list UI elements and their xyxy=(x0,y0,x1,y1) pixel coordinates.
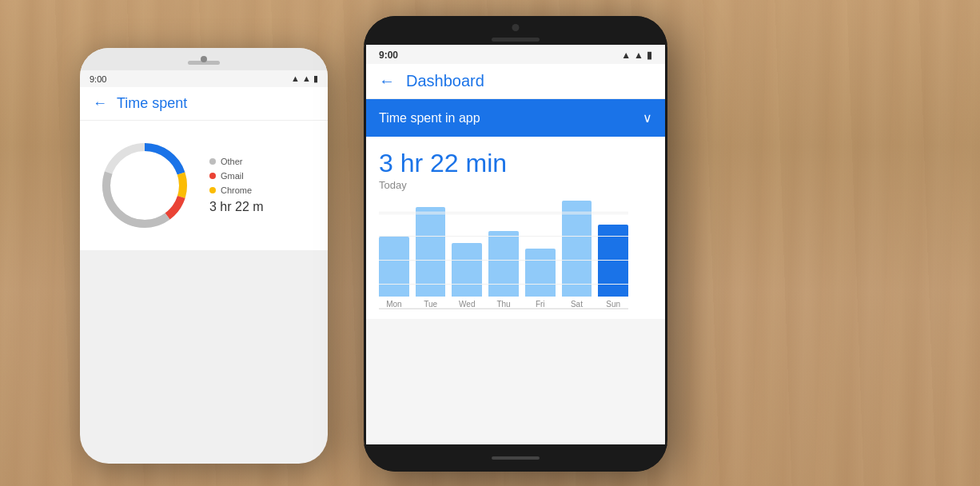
bar-group[interactable]: Tue xyxy=(416,204,446,309)
donut-legend: Other Gmail Chrome 3 hr 22 m xyxy=(209,157,315,214)
status-time: 9:00 xyxy=(90,74,106,84)
stats-section: 3 hr 22 min Today xyxy=(366,137,665,207)
home-indicator xyxy=(492,456,540,460)
chart-gridline xyxy=(379,212,628,213)
phone-back-status-bar: 9:00 ▲ ▲ ▮ xyxy=(80,70,328,87)
phone-front-notch xyxy=(364,16,667,45)
camera-notch xyxy=(201,56,207,62)
bar-group[interactable]: Sun xyxy=(598,221,628,309)
chart-gridline xyxy=(379,308,628,309)
bar-group[interactable]: Wed xyxy=(452,240,482,309)
back-button[interactable]: ← xyxy=(93,95,107,112)
legend-gmail: Gmail xyxy=(209,171,315,181)
legend-other: Other xyxy=(209,157,315,166)
legend-dot-other xyxy=(209,158,216,165)
phone-back-content: Other Gmail Chrome 3 hr 22 m xyxy=(80,121,328,250)
chart-gridline xyxy=(379,260,628,261)
front-status-icons: ▲ ▲ ▮ xyxy=(621,50,652,61)
front-speaker xyxy=(492,38,540,42)
chart-bar[interactable] xyxy=(452,243,482,297)
legend-dot-gmail xyxy=(209,173,216,179)
time-spent-label: Time spent in app xyxy=(379,111,480,125)
phone-back: 9:00 ▲ ▲ ▮ ← Time spent xyxy=(80,48,328,464)
front-page-title: Dashboard xyxy=(406,72,484,90)
bar-group[interactable]: Fri xyxy=(525,245,556,309)
front-camera xyxy=(512,24,520,31)
phone-front: 9:00 ▲ ▲ ▮ ← Dashboard Time spent in app… xyxy=(364,16,667,472)
chart-gridline xyxy=(379,236,628,237)
phone-back-topbar[interactable]: ← Time spent xyxy=(80,87,328,121)
front-back-button[interactable]: ← xyxy=(379,72,395,90)
chart-bar[interactable] xyxy=(379,237,409,297)
status-icons: ▲ ▲ ▮ xyxy=(291,74,318,84)
bar-group[interactable]: Mon xyxy=(379,233,409,309)
legend-chrome: Chrome xyxy=(209,185,315,195)
chevron-down-icon[interactable]: ∨ xyxy=(643,110,652,125)
donut-chart xyxy=(93,133,197,237)
bar-chart-container: MonTueWedThuFriSatSun 8 6 4 2 xyxy=(366,207,665,319)
signal-icon: ▲ xyxy=(634,50,643,61)
chart-gridline xyxy=(379,284,628,285)
time-spent-header[interactable]: Time spent in app ∨ xyxy=(366,99,665,137)
phone-front-bottom xyxy=(364,444,667,472)
bar-chart: MonTueWedThuFriSatSun xyxy=(379,213,628,309)
chart-bar[interactable] xyxy=(562,201,592,297)
phone-back-notch xyxy=(80,48,328,70)
bar-group[interactable]: Sat xyxy=(562,197,592,309)
wifi-icon: ▲ xyxy=(621,50,631,61)
battery-icon: ▮ xyxy=(647,50,652,61)
big-time-display: 3 hr 22 min xyxy=(379,149,652,177)
front-status-time: 9:00 xyxy=(379,50,398,61)
period-label: Today xyxy=(379,179,652,191)
total-time-back: 3 hr 22 m xyxy=(209,200,315,214)
legend-dot-chrome xyxy=(209,187,216,193)
page-title: Time spent xyxy=(117,95,187,112)
phone-front-screen: 9:00 ▲ ▲ ▮ ← Dashboard Time spent in app… xyxy=(366,45,665,444)
chart-bar[interactable] xyxy=(488,231,519,297)
front-status-bar: 9:00 ▲ ▲ ▮ xyxy=(366,45,665,64)
bar-group[interactable]: Thu xyxy=(488,228,519,309)
front-topbar[interactable]: ← Dashboard xyxy=(366,64,665,99)
chart-bar[interactable] xyxy=(525,249,556,297)
